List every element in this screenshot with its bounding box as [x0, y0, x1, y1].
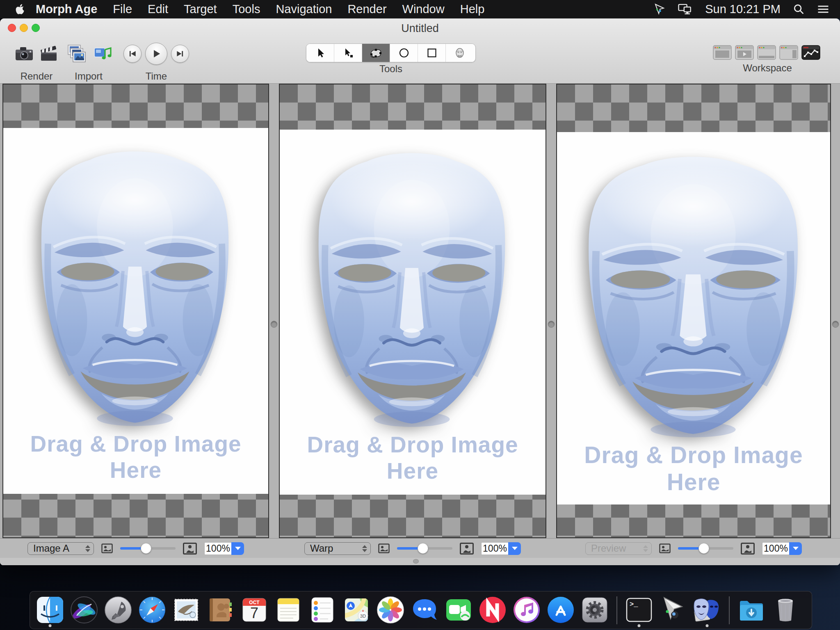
menu-item-render[interactable]: Render: [347, 2, 386, 16]
search-icon[interactable]: [793, 3, 805, 15]
warp-shape-tool[interactable]: [362, 44, 390, 62]
window-bottom-bar: [0, 558, 840, 565]
select-cursor-tool[interactable]: [306, 44, 334, 62]
menu-item-edit[interactable]: Edit: [148, 2, 168, 16]
warp-panel: Drag & Drop Image Here: [279, 84, 546, 538]
dock-item-finder[interactable]: [35, 593, 65, 628]
menu-item-navigation[interactable]: Navigation: [276, 2, 332, 16]
workspace-curves-editor-icon[interactable]: [801, 45, 820, 62]
dock-item-safari[interactable]: [137, 593, 167, 628]
dock-item-photos[interactable]: [375, 593, 406, 628]
menu-item-tools[interactable]: Tools: [233, 2, 260, 16]
camera-icon[interactable]: [15, 46, 34, 62]
import-media-icon[interactable]: [93, 45, 112, 63]
clapperboard-icon[interactable]: [40, 45, 58, 62]
popup-value: Warp: [310, 543, 362, 554]
pointer-status-icon[interactable]: [653, 3, 666, 16]
warp-source-popup[interactable]: Warp: [304, 542, 371, 555]
zoom-dropdown-button[interactable]: [789, 542, 802, 555]
dock-item-terminal[interactable]: >_: [624, 593, 654, 628]
zoom-value-field[interactable]: 100%: [481, 542, 508, 555]
dock-item-siri[interactable]: [69, 593, 99, 628]
dock-item-system-preferences[interactable]: [580, 593, 610, 628]
mask-face-image: [304, 136, 520, 436]
skip-forward-button[interactable]: [171, 45, 189, 63]
zoom-value-field[interactable]: 100%: [762, 542, 789, 555]
menu-item-target[interactable]: Target: [184, 2, 217, 16]
zoom-dropdown-button[interactable]: [231, 542, 244, 555]
dock-item-itunes[interactable]: [511, 593, 542, 628]
workspace-single-view-icon[interactable]: [713, 45, 732, 62]
small-image-icon[interactable]: [378, 543, 390, 553]
workspace-inspector-view-icon[interactable]: [779, 45, 798, 62]
tools-group-label: Tools: [306, 63, 476, 75]
mask-face-image: [572, 139, 815, 446]
panel-divider-3[interactable]: [831, 84, 840, 538]
small-image-icon[interactable]: [659, 543, 671, 553]
workspace-player-view-icon[interactable]: [735, 45, 754, 62]
oval-shape-tool[interactable]: [390, 44, 418, 62]
dock-item-calendar[interactable]: OCT7: [239, 593, 269, 628]
dock-separator: [729, 596, 730, 624]
direct-select-cursor-tool[interactable]: [334, 44, 362, 62]
large-image-icon[interactable]: [183, 543, 197, 555]
dock-item-trash[interactable]: [770, 593, 801, 628]
dock-item-app-store[interactable]: [546, 593, 576, 628]
drag-drop-hint: Drag & Drop Image Here: [280, 431, 546, 484]
image-a-source-popup[interactable]: Image A: [27, 542, 94, 555]
displays-status-icon[interactable]: [678, 4, 693, 15]
rectangle-shape-tool[interactable]: [418, 44, 446, 62]
warp-canvas[interactable]: Drag & Drop Image Here: [280, 130, 546, 495]
panel-divider-1[interactable]: [269, 84, 279, 538]
chevron-down-icon: [512, 547, 518, 550]
dock-item-reminders[interactable]: [307, 593, 338, 628]
dock-separator: [616, 596, 617, 624]
slider-thumb[interactable]: [418, 543, 428, 554]
dock-item-mail[interactable]: [171, 593, 201, 628]
zoom-value-field[interactable]: 100%: [204, 542, 231, 555]
large-image-icon[interactable]: [460, 543, 474, 555]
face-detect-tool[interactable]: [446, 44, 474, 62]
import-images-icon[interactable]: [65, 44, 86, 63]
menu-item-window[interactable]: Window: [402, 2, 445, 16]
dock-item-notes[interactable]: [273, 593, 304, 628]
zoom-combo: 100%: [762, 542, 802, 555]
dock-item-downloads[interactable]: [736, 593, 767, 628]
calendar-day-label: 7: [250, 605, 258, 621]
slider-thumb[interactable]: [141, 543, 151, 554]
large-image-icon[interactable]: [741, 543, 755, 555]
dock-item-facetime[interactable]: [443, 593, 474, 628]
panel-divider-2[interactable]: [546, 84, 556, 538]
workspace-timeline-view-icon[interactable]: [757, 45, 776, 62]
menu-item-file[interactable]: File: [113, 2, 132, 16]
bottom-divider-handle-icon[interactable]: [413, 559, 419, 564]
dock-item-news[interactable]: [477, 593, 508, 628]
dock-item-contacts[interactable]: [205, 593, 235, 628]
apple-menu-icon[interactable]: [11, 3, 36, 15]
play-button[interactable]: [145, 43, 167, 65]
dock-item-maps[interactable]: 3D: [341, 593, 372, 628]
dock-item-pointer-app[interactable]: [658, 593, 688, 628]
dock-item-launchpad[interactable]: [103, 593, 133, 628]
image-a-canvas[interactable]: Drag & Drop Image Here: [3, 128, 268, 494]
slider-thumb[interactable]: [698, 543, 709, 554]
menu-app-name[interactable]: Morph Age: [36, 2, 97, 16]
preview-panel: Drag & Drop Image Here: [556, 84, 831, 538]
zoom-dropdown-button[interactable]: [508, 542, 521, 555]
chevron-down-icon: [793, 547, 799, 550]
dock-item-messages[interactable]: [409, 593, 440, 628]
opacity-slider[interactable]: [678, 543, 733, 554]
preview-canvas[interactable]: Drag & Drop Image Here: [557, 132, 830, 504]
small-image-icon[interactable]: [101, 543, 113, 553]
render-group-label: Render: [10, 71, 63, 82]
dock-item-morph-age[interactable]: [692, 593, 722, 628]
toolbar-group-time: Time: [122, 38, 190, 83]
opacity-slider[interactable]: [120, 543, 176, 554]
menu-item-help[interactable]: Help: [460, 2, 485, 16]
menu-list-icon[interactable]: [817, 4, 829, 14]
tools-segmented-control: [306, 43, 476, 62]
skip-back-button[interactable]: [123, 45, 142, 63]
menu-clock[interactable]: Sun 10:21 PM: [705, 2, 781, 16]
opacity-slider[interactable]: [397, 543, 452, 554]
divider-handle-icon: [832, 321, 839, 328]
